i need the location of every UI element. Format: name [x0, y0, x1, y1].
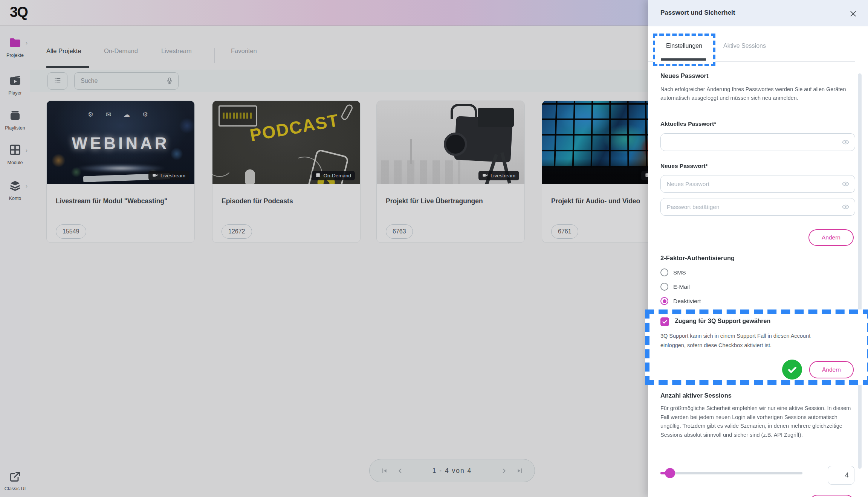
new-password-field	[660, 175, 855, 193]
pagination-next-button[interactable]	[498, 464, 510, 477]
current-password-input[interactable]	[661, 134, 855, 151]
card-id-pill: 6761	[551, 224, 578, 239]
layers-icon	[8, 187, 22, 194]
chevron-right-icon: ›	[26, 147, 28, 153]
eye-icon[interactable]	[842, 138, 850, 148]
radio-icon[interactable]	[660, 268, 668, 276]
panel-header: Passwort und Sicherheit	[648, 0, 868, 26]
sessions-description: Für größtmögliche Sicherheit empfehlen w…	[660, 404, 854, 439]
tab-favoriten[interactable]: Favoriten	[231, 47, 257, 55]
active-panel-tab-underline	[661, 58, 706, 61]
password-change-button[interactable]: Ändern	[808, 229, 854, 246]
list-view-button[interactable]	[47, 72, 67, 90]
card-title: Livestream für Modul "Webcasting"	[56, 197, 188, 205]
current-password-label: Aktuelles Passwort*	[660, 120, 716, 127]
success-check-icon	[782, 360, 802, 380]
tab-livestream[interactable]: Livestream	[161, 47, 192, 55]
card-title: Projekt für Live Übertragungen	[386, 197, 518, 205]
current-password-field	[660, 133, 855, 151]
tab-on-demand[interactable]: On-Demand	[104, 47, 138, 55]
pagination-label: 1 - 4 von 4	[432, 467, 472, 475]
sidebar-item-label: Playlisten	[0, 125, 30, 131]
chevron-right-icon: ›	[26, 40, 28, 46]
grid-icon	[8, 151, 22, 158]
support-access-description: 3Q Support kann sich in einem Support Fa…	[660, 331, 826, 350]
podcast-image-text: PODCAST	[248, 110, 341, 146]
brand-logo[interactable]: 3Q	[10, 4, 28, 20]
external-link-icon	[9, 477, 21, 484]
support-access-checkbox[interactable]	[660, 317, 669, 326]
sidebar-item-player[interactable]: Player	[0, 73, 30, 96]
eye-icon[interactable]	[842, 203, 850, 212]
confirm-password-field	[660, 198, 855, 216]
project-card[interactable]: Livestream Projekt für Live Übertragunge…	[376, 101, 525, 243]
webinar-doodle-icons: ⚙ ✉ ☁ ⚙	[47, 111, 194, 119]
sidebar-item-playlisten[interactable]: Playlisten	[0, 108, 30, 131]
card-image-podcast: PODCAST On-Demand	[212, 101, 360, 184]
sidebar-item-label: Classic UI	[0, 486, 30, 491]
sidebar-item-label: Projekte	[0, 53, 30, 58]
radio-icon[interactable]	[660, 283, 668, 291]
type-badge: Livestream	[478, 171, 519, 180]
sessions-value-input[interactable]: 4	[828, 466, 854, 485]
sessions-heading: Anzahl aktiver Sessions	[660, 392, 732, 399]
card-title: Episoden für Podcasts	[222, 197, 353, 205]
search-input[interactable]	[75, 73, 178, 89]
sessions-slider-handle[interactable]	[665, 468, 675, 478]
annotation-box-einstellungen	[653, 34, 715, 66]
pagination-bar: 1 - 4 von 4	[369, 459, 535, 482]
new-password-input[interactable]	[661, 175, 855, 192]
confirm-password-input[interactable]	[661, 198, 855, 215]
sessions-slider-track[interactable]	[660, 472, 802, 474]
radio-selected-icon[interactable]	[660, 297, 668, 305]
chevron-right-icon: ›	[26, 183, 28, 189]
type-badge: On-Demand	[312, 171, 355, 180]
sidebar: › Projekte Player Playlisten › Module › …	[0, 26, 30, 497]
panel-tab-aktive-sessions[interactable]: Aktive Sessions	[723, 43, 766, 49]
camera-icon	[482, 172, 488, 179]
pagination-first-button[interactable]	[378, 464, 391, 477]
panel-scrollbar-thumb[interactable]	[858, 73, 862, 469]
panel-title: Passwort und Sicherheit	[660, 9, 735, 17]
sidebar-item-classic-ui[interactable]: Classic UI	[0, 471, 30, 491]
support-access-change-button[interactable]: Ändern	[809, 361, 854, 378]
support-access-label: Zugang für 3Q Support gewähren	[675, 318, 770, 325]
annotation-box-support-access: Zugang für 3Q Support gewähren 3Q Suppor…	[645, 309, 868, 385]
project-card[interactable]: ⚙ ✉ ☁ ⚙ WEBINAR Livestream Livestream fü…	[46, 101, 195, 243]
tab-divider	[214, 48, 215, 63]
radio-option-sms[interactable]: SMS	[660, 268, 686, 276]
type-badge: Livestream	[148, 171, 189, 180]
pagination-last-button[interactable]	[513, 464, 526, 477]
close-icon[interactable]	[848, 8, 858, 19]
search-field	[74, 72, 179, 90]
sidebar-item-projekte[interactable]: › Projekte	[0, 36, 30, 58]
playlist-icon	[8, 117, 22, 123]
sidebar-item-label: Module	[0, 160, 30, 165]
sidebar-item-konto[interactable]: › Konto	[0, 179, 30, 201]
webinar-image-text: WEBINAR	[47, 134, 194, 153]
camera-icon	[152, 172, 158, 179]
active-tab-underline	[46, 66, 89, 68]
list-icon	[53, 76, 62, 86]
two-factor-heading: 2-Faktor-Authentisierung	[660, 255, 735, 262]
project-tabs: Alle Projekte On-Demand Livestream Favor…	[30, 26, 648, 70]
project-card[interactable]: PODCAST On-Demand Episoden für Podcasts …	[212, 101, 361, 243]
card-id-pill: 6763	[386, 224, 413, 239]
radio-option-email[interactable]: E-Mail	[660, 283, 690, 291]
panel-tab-einstellungen[interactable]: Einstellungen	[666, 43, 702, 49]
sidebar-item-label: Player	[0, 90, 30, 96]
new-password-description: Nach erfolgreicher Änderung Ihres Passwo…	[660, 85, 854, 102]
card-image-webinar: ⚙ ✉ ☁ ⚙ WEBINAR Livestream	[47, 101, 194, 184]
sessions-change-button[interactable]: Ändern	[809, 495, 854, 497]
tab-alle-projekte[interactable]: Alle Projekte	[46, 47, 81, 55]
sidebar-item-module[interactable]: › Module	[0, 143, 30, 165]
pagination-prev-button[interactable]	[394, 464, 406, 477]
radio-option-deaktiviert[interactable]: Deaktiviert	[660, 297, 701, 305]
search-toolbar	[30, 70, 648, 92]
eye-icon[interactable]	[842, 180, 850, 189]
new-password-label: Neues Passwort*	[660, 163, 708, 169]
film-icon	[315, 172, 321, 179]
sidebar-item-label: Konto	[0, 196, 30, 201]
card-image-camera: Livestream	[377, 101, 524, 184]
microphone-icon[interactable]	[165, 77, 174, 87]
